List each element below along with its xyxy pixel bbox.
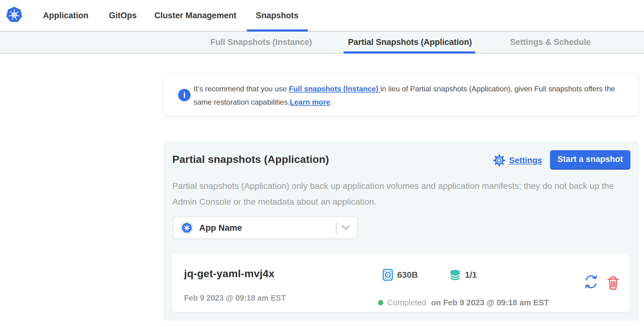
disk-size-icon — [383, 269, 393, 281]
tab-settings-schedule[interactable]: Settings & Schedule — [510, 32, 591, 53]
snapshots-tab-bar: Full Snapshots (Instance) Partial Snapsh… — [0, 32, 644, 54]
nav-item-cluster-management[interactable]: Cluster Management — [154, 0, 237, 31]
settings-label: Settings — [509, 156, 542, 165]
info-icon-glyph: i — [183, 90, 186, 100]
nav-item-application[interactable]: Application — [43, 0, 88, 31]
start-snapshot-button[interactable]: Start a snapshot — [550, 150, 630, 170]
status-label: Completed — [387, 298, 426, 307]
app-name-dropdown[interactable]: App Name — [173, 217, 358, 239]
snapshot-size-value: 630B — [397, 270, 418, 280]
status-detail: on Feb 9 2023 @ 09:18 am EST — [431, 298, 549, 307]
admin-console-page: Application GitOps Cluster Management Sn… — [0, 0, 644, 327]
gear-icon — [493, 154, 505, 167]
kubernetes-logo-icon[interactable] — [6, 6, 23, 24]
nav-item-snapshots[interactable]: Snapshots — [256, 0, 298, 31]
info-text-segment: It’s recommend that you use — [194, 85, 289, 93]
nav-label: GitOps — [109, 11, 137, 20]
tab-label: Settings & Schedule — [510, 37, 591, 47]
panel-description: Partial snapshots (Application) only bac… — [172, 178, 630, 210]
delete-snapshot-icon[interactable] — [607, 276, 620, 290]
snapshot-row: jq-get-yaml-mvj4x Feb 9 2023 @ 09:18 am … — [172, 254, 630, 312]
settings-link[interactable]: Settings — [493, 154, 542, 167]
info-icon: i — [178, 89, 191, 101]
nav-label: Snapshots — [256, 11, 298, 20]
nav-label: Cluster Management — [154, 11, 237, 20]
snapshot-status: Completed on Feb 9 2023 @ 09:18 am EST — [378, 298, 549, 307]
app-select-value: App Name — [199, 223, 242, 233]
panel-title: Partial snapshots (Application) — [172, 153, 329, 165]
dropdown-divider — [336, 221, 337, 234]
learn-more-link[interactable]: Learn more — [290, 98, 330, 106]
restore-snapshot-icon[interactable] — [583, 274, 599, 290]
nav-item-gitops[interactable]: GitOps — [109, 0, 137, 31]
tab-label: Partial Snapshots (Application) — [348, 37, 472, 47]
snapshot-size: 630B — [383, 269, 418, 281]
tab-full-snapshots-instance[interactable]: Full Snapshots (Instance) — [210, 32, 312, 53]
kubernetes-app-icon — [180, 221, 194, 235]
nav-label: Application — [43, 11, 88, 20]
top-nav: Application GitOps Cluster Management Sn… — [0, 0, 644, 32]
tab-label: Full Snapshots (Instance) — [210, 37, 312, 47]
info-text-segment: . — [330, 98, 333, 106]
status-dot-icon — [378, 300, 383, 305]
info-banner-text: It’s recommend that you use Full snapsho… — [194, 82, 633, 109]
snapshot-name: jq-get-yaml-mvj4x — [184, 268, 274, 280]
snapshot-created-date: Feb 9 2023 @ 09:18 am EST — [184, 294, 286, 303]
database-volumes-icon — [449, 269, 461, 280]
tab-partial-snapshots-application[interactable]: Partial Snapshots (Application) — [348, 32, 472, 53]
chevron-down-icon — [341, 225, 350, 231]
snapshot-volumes-value: 1/1 — [465, 270, 477, 280]
info-banner: i It’s recommend that you use Full snaps… — [163, 73, 639, 116]
full-snapshots-instance-link[interactable]: Full snapshots (Instance) — [289, 85, 380, 93]
partial-snapshots-panel: Partial snapshots (Application) Settings — [163, 141, 639, 321]
snapshot-volumes: 1/1 — [449, 269, 477, 280]
